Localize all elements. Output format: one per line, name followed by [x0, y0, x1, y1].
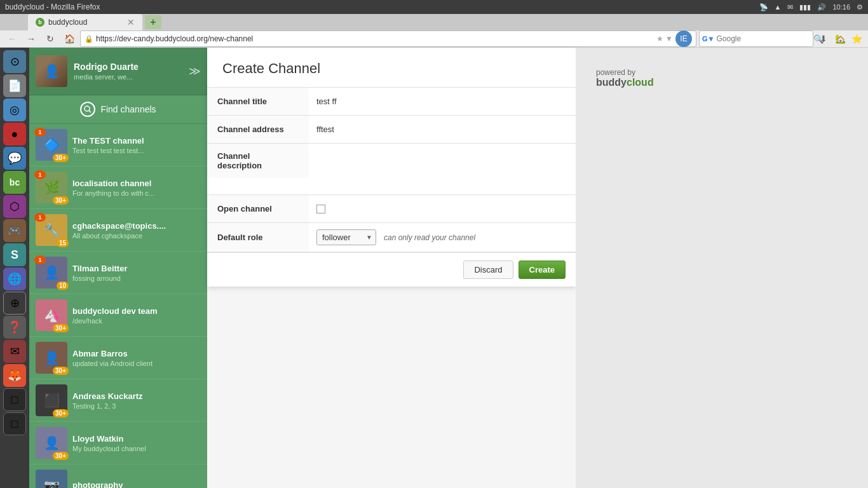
channel-list-item[interactable]: 👤110Tilman Beitterfossing arround [29, 252, 207, 294]
count-badge: 30+ [53, 196, 69, 205]
channel-name: photography [72, 480, 201, 489]
count-badge: 30+ [53, 154, 69, 162]
open-channel-row: Open channel [207, 195, 576, 223]
dock-item-help[interactable]: ❓ [3, 316, 26, 339]
dock-item-firefox[interactable]: 🦊 [3, 364, 26, 387]
download-icon[interactable]: ⬇ [816, 31, 831, 46]
search-bar-container: G▼ 🔍 [699, 30, 813, 47]
powered-by-label: powered by [596, 68, 848, 77]
open-channel-checkbox[interactable] [316, 205, 325, 214]
count-badge: 30+ [53, 324, 69, 332]
channel-name: localisation channel [72, 179, 201, 188]
channel-description-input[interactable] [316, 150, 568, 188]
channel-title-value [309, 88, 576, 115]
right-panel: powered by buddycloud [576, 48, 868, 488]
find-channels-icon [80, 102, 95, 117]
username-label: Rodrigo Duarte [74, 62, 139, 72]
lock-icon: 🔒 [85, 35, 93, 43]
channel-avatar-wrap: 👤30+ [36, 427, 67, 459]
search-input[interactable] [716, 34, 811, 43]
avatar-image: 👤 [36, 55, 67, 87]
google-logo: G▼ [702, 35, 714, 43]
home-button[interactable]: 🏠 [61, 30, 78, 47]
forward-button[interactable]: → [23, 30, 39, 47]
dock-item-app5[interactable]: 💬 [3, 147, 26, 170]
channel-list-item[interactable]: 🌿130+localisation channelFor anything to… [29, 166, 207, 209]
channel-title-input[interactable] [316, 97, 568, 106]
count-badge: 15 [57, 239, 69, 247]
channel-desc: updated via Android client [72, 360, 201, 367]
channel-avatar-wrap: 🔷130+ [36, 129, 67, 161]
home-icon[interactable]: 🏡 [832, 31, 848, 46]
dock-item-files[interactable]: 📄 [3, 74, 26, 97]
default-role-select[interactable]: follower publisher moderator [316, 229, 376, 245]
channel-address-row: Channel address [207, 116, 576, 144]
dock-item-app8[interactable]: 🎮 [3, 219, 26, 242]
dock-item-app10[interactable]: 🌐 [3, 268, 26, 290]
address-input[interactable] [96, 34, 654, 43]
channel-list-item[interactable]: 👤30+Lloyd WatkinMy buddycloud channel [29, 422, 207, 464]
channel-list-item[interactable]: 🔷130+The TEST channelTest test test test… [29, 124, 207, 166]
open-channel-value [309, 195, 576, 222]
discard-button[interactable]: Discard [463, 261, 513, 279]
page-content: Create Channel Channel title Channel add… [207, 48, 576, 488]
channel-avatar-wrap: ⬛30+ [36, 384, 67, 416]
create-button[interactable]: Create [519, 261, 566, 279]
dock-item-app15[interactable]: □ [3, 388, 26, 411]
count-badge: 30+ [53, 409, 69, 417]
role-hint: can only read your channel [384, 233, 475, 242]
default-role-label: Default role [207, 223, 309, 252]
channel-name: Tilman Beitter [72, 264, 201, 273]
channel-address-input[interactable] [316, 125, 568, 134]
channel-info: Andreas KuckartzTesting 1, 2, 3 [72, 391, 201, 410]
channel-avatar-wrap: 👤30+ [36, 342, 67, 374]
channel-avatar-wrap: 👤110 [36, 257, 67, 288]
user-avatar: 👤 [36, 55, 67, 87]
new-tab-button[interactable]: + [145, 15, 161, 29]
profile-expand-icon[interactable]: ≫ [189, 64, 201, 78]
channel-desc: All about cghackspace [72, 232, 201, 240]
os-titlebar: buddycloud - Mozilla Firefox 📡 ▲ ✉ ▮▮▮ 🔊… [0, 0, 868, 14]
dock-item-app7[interactable]: ⬡ [3, 195, 26, 218]
titlebar-title: buddycloud - Mozilla Firefox [5, 3, 100, 11]
dock-item-mail[interactable]: ✉ [3, 340, 26, 363]
channel-info: Abmar Barrosupdated via Android client [72, 349, 201, 367]
sound-icon: 🔊 [817, 3, 826, 11]
channel-description-row: Channeldescription [207, 144, 576, 195]
dock-item-app16[interactable]: □ [3, 412, 26, 435]
browser-nav-icon: IE [675, 30, 692, 47]
dock-item-app9[interactable]: S [3, 243, 26, 266]
channel-list-item[interactable]: ⬛30+Andreas KuckartzTesting 1, 2, 3 [29, 379, 207, 422]
default-role-row: Default role follower publisher moderato… [207, 223, 576, 252]
channel-info: Tilman Beitterfossing arround [72, 264, 201, 282]
new-badge: 1 [34, 213, 46, 222]
dock-item-app11[interactable]: ⊕ [3, 292, 26, 315]
channel-avatar: 📷 [36, 470, 67, 488]
dock-item-chrome[interactable]: ◎ [3, 98, 26, 121]
reload-button[interactable]: ↻ [42, 30, 58, 47]
channel-desc: Test test test test test... [72, 147, 201, 154]
channel-info: Lloyd WatkinMy buddycloud channel [72, 434, 201, 452]
active-tab[interactable]: b buddycloud ✕ [28, 14, 142, 30]
browser-tabs-bar: b buddycloud ✕ + [0, 14, 868, 30]
titlebar-left: buddycloud - Mozilla Firefox [5, 3, 100, 11]
count-badge: 30+ [53, 452, 69, 460]
star-icon[interactable]: ⭐ [849, 31, 864, 46]
channel-desc: Testing 1, 2, 3 [72, 402, 201, 410]
back-button[interactable]: ← [4, 30, 20, 47]
channel-list-item[interactable]: 📷photography [29, 464, 207, 488]
browser-window: b buddycloud ✕ + ← → ↻ 🏠 🔒 ★ ▼ IE G▼ 🔍 ⬇… [0, 14, 868, 488]
find-channels-button[interactable]: Find channels [29, 95, 207, 124]
dialog-actions: Discard Create [207, 252, 576, 287]
channel-list-item[interactable]: 🔧115cghackspace@topics....All about cgha… [29, 209, 207, 252]
user-profile-section[interactable]: 👤 Rodrigo Duarte media server, we... ≫ [29, 48, 207, 95]
tab-close-button[interactable]: ✕ [127, 17, 135, 27]
dock-item-buddycloud[interactable]: bc [3, 171, 26, 194]
dock-item-app4[interactable]: ● [3, 123, 26, 146]
dock-item-system[interactable]: ⊙ [3, 50, 26, 73]
channel-list-item[interactable]: 🦄30+buddycloud dev team/dev/hack [29, 294, 207, 337]
channel-list-item[interactable]: 👤30+Abmar Barrosupdated via Android clie… [29, 337, 207, 379]
channel-description-value [309, 144, 576, 194]
svg-point-0 [85, 106, 90, 111]
bookmark-stars[interactable]: ★ ▼ [656, 34, 673, 43]
